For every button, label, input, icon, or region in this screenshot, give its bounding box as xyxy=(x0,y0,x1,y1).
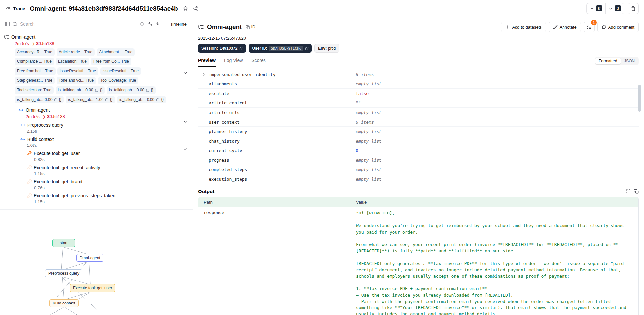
tree-item-build-context[interactable]: Build context xyxy=(20,136,193,143)
trace-graph[interactable]: __start__ Omni-agent Preprocess query Ex… xyxy=(0,210,193,315)
output-table: Path Value response "Hi [REDACTED], We u… xyxy=(198,197,639,315)
score-badge[interactable]: Compliance ...True xyxy=(15,58,54,65)
star-button[interactable] xyxy=(183,6,188,11)
env-pill: Env: prod xyxy=(314,44,339,53)
span-icon xyxy=(18,108,23,113)
preview-row[interactable]: execution_steps empty list xyxy=(198,174,639,184)
graph-node-build-context[interactable]: Build context xyxy=(49,299,79,307)
tree-item-label: Preprocess query xyxy=(27,123,63,128)
prev-trace-button[interactable]: K xyxy=(587,3,605,14)
add-to-datasets-button[interactable]: Add to datasets xyxy=(501,22,546,32)
span-icon xyxy=(20,137,25,142)
score-badge[interactable]: Escalation:True xyxy=(56,58,89,65)
tree-item-tool-get-user[interactable]: Execute tool: get_user xyxy=(27,150,193,157)
score-badge[interactable]: Tool Coverage:True xyxy=(98,77,138,84)
kbd-k: K xyxy=(596,5,602,11)
graph-node-preprocess-query[interactable]: Preprocess query xyxy=(45,269,82,277)
preview-row[interactable]: article_content "" xyxy=(198,98,639,108)
preview-row[interactable]: escalate false xyxy=(198,89,639,98)
score-badge[interactable]: IssueResoluti...True xyxy=(58,67,98,75)
score-badge[interactable]: is_talking_ab...0.00{} xyxy=(107,86,156,94)
tree-item-tool-get-previous-steps-taken[interactable]: Execute tool: get_previous_steps_taken xyxy=(27,192,193,199)
tree-item-preprocess-query[interactable]: Preprocess query xyxy=(20,122,193,128)
session-pill[interactable]: Session: 14910372 xyxy=(198,44,246,53)
copy-icon[interactable] xyxy=(634,189,639,194)
trace-label: Trace xyxy=(13,6,25,11)
format-formatted-button[interactable]: Formatted xyxy=(595,58,621,64)
score-badge[interactable]: Attachment ...True xyxy=(97,48,135,56)
preview-row[interactable]: planner_history empty list xyxy=(198,127,639,136)
score-badge[interactable]: Accuracy - R...True xyxy=(15,48,55,56)
tree-item-trace-root[interactable]: Omni-agent xyxy=(4,34,193,40)
expand-icon[interactable] xyxy=(626,189,631,194)
env-value: prod xyxy=(328,46,336,51)
wrench-icon xyxy=(27,193,32,198)
score-badge[interactable]: is_talking_ab...0.00{} xyxy=(56,86,104,94)
preview-row[interactable]: impersonated_user_identity 6 items xyxy=(198,70,639,79)
score-badge[interactable]: Tone and voi...True xyxy=(57,77,96,84)
timeline-toggle[interactable]: Timeline xyxy=(170,22,187,27)
span-icon xyxy=(20,123,25,127)
collapse-badges-button[interactable] xyxy=(183,70,188,76)
output-table-header: Path Value xyxy=(198,197,638,207)
annotation-queue-button[interactable]: 1 xyxy=(584,22,595,32)
search-icon xyxy=(12,22,17,27)
graph-node-omni-agent[interactable]: Omni-agent xyxy=(76,254,104,262)
annotation-count-badge: 1 xyxy=(591,20,597,25)
graph-node-start[interactable]: __start__ xyxy=(52,239,75,247)
search-input[interactable] xyxy=(20,21,92,27)
workflow-icon xyxy=(147,21,152,27)
trace-tree: Omni-agent 2m 57s ∑ $0.55138 Accuracy - … xyxy=(0,31,193,210)
format-toggle: Formatted JSON xyxy=(595,57,639,65)
add-comment-button[interactable]: Add comment xyxy=(597,22,639,32)
annotate-button[interactable]: Annotate xyxy=(549,22,581,32)
collapse-panel-button[interactable] xyxy=(5,21,10,27)
tabs: Preview Log View Scores xyxy=(198,58,266,67)
span-duration: 2m 57s xyxy=(26,114,40,119)
tab-preview[interactable]: Preview xyxy=(198,58,216,67)
format-json-button[interactable]: JSON xyxy=(621,58,638,64)
scrollbar-thumb[interactable] xyxy=(638,85,641,112)
preview-row[interactable]: attachments empty list xyxy=(198,79,639,89)
output-row-response[interactable]: response "Hi [REDACTED], We understand y… xyxy=(198,207,638,315)
preview-row[interactable]: chat_history empty list xyxy=(198,136,639,146)
graph-node-execute-tool-get-user[interactable]: Execute tool: get_user xyxy=(70,284,115,292)
collapse-span-button[interactable] xyxy=(183,119,188,124)
preview-row[interactable]: article_urls empty list xyxy=(198,108,639,117)
score-badge[interactable]: Free from Co...True xyxy=(91,58,131,65)
copy-id-button[interactable]: ID xyxy=(246,25,256,29)
score-badge[interactable]: Step generat...True xyxy=(15,77,55,84)
tree-item-label: Execute tool: get_brand xyxy=(34,179,82,184)
main-header: Omni-agent ID Add to datasets Annotate xyxy=(193,17,644,32)
delete-trace-button[interactable] xyxy=(628,3,639,14)
tree-item-tool-get-recent-activity[interactable]: Execute tool: get_recent_activity xyxy=(27,164,193,171)
chevron-right-icon[interactable] xyxy=(201,120,207,124)
topbar: Trace Omni-agent: 9f4a81eb3df983f24d64d5… xyxy=(0,0,644,17)
score-badge[interactable]: Article retrie...True xyxy=(57,48,95,56)
next-trace-button[interactable]: J xyxy=(605,3,624,14)
user-id-pill[interactable]: User ID: SDAHUSLy9f1CHo xyxy=(249,44,312,53)
tab-log-view[interactable]: Log View xyxy=(224,58,243,67)
tree-item-tool-get-brand[interactable]: Execute tool: get_brand xyxy=(27,178,193,185)
score-badge[interactable]: Tool selection:True xyxy=(15,86,54,94)
score-badge[interactable]: is_talking_ab...0.00{} xyxy=(15,96,64,103)
preview-row[interactable]: progress empty list xyxy=(198,155,639,165)
score-badge[interactable]: is_talking_ab...1.00{} xyxy=(66,96,115,103)
tab-scores[interactable]: Scores xyxy=(251,58,266,67)
focus-button[interactable] xyxy=(139,21,145,27)
share-button[interactable] xyxy=(193,6,198,11)
chevron-right-icon[interactable] xyxy=(201,72,207,76)
tree-item-label: Execute tool: get_user xyxy=(34,151,80,156)
preview-row[interactable]: completed_steps empty list xyxy=(198,165,639,174)
download-button[interactable] xyxy=(155,21,160,27)
preview-row[interactable]: user_context 6 items xyxy=(198,117,639,127)
tree-item-omni-agent-span[interactable]: Omni-agent xyxy=(18,107,193,113)
collapse-build-context-button[interactable] xyxy=(183,147,188,152)
workflow-button[interactable] xyxy=(147,21,152,27)
score-badge[interactable]: Free from hal...True xyxy=(15,67,56,75)
preview-row[interactable]: current_cycle 0 xyxy=(198,146,639,155)
score-badge[interactable]: IssueResoluti...True xyxy=(100,67,141,75)
score-badge[interactable]: is_talking_ab...0.00{} xyxy=(117,96,166,103)
env-label: Env: xyxy=(318,46,327,51)
trace-metrics: 2m 57s ∑ $0.55138 xyxy=(15,40,193,46)
